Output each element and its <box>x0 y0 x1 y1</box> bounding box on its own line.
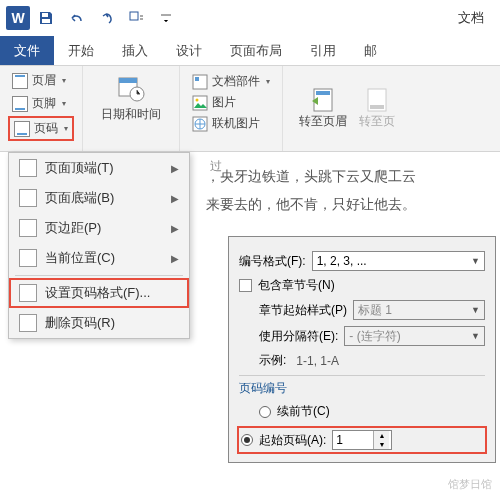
picture-label: 图片 <box>212 94 236 111</box>
undo-button[interactable] <box>62 4 90 32</box>
svg-rect-15 <box>370 105 384 109</box>
goto-footer-button[interactable]: 转至页 <box>353 81 401 136</box>
page-number-format-dialog: 编号格式(F): 1, 2, 3, ... ▼ 包含章节号(N) 章节起始样式(… <box>228 236 496 463</box>
number-format-value: 1, 2, 3, ... <box>317 254 367 268</box>
tab-layout[interactable]: 页面布局 <box>216 36 296 65</box>
datetime-label: 日期和时间 <box>101 106 161 123</box>
goto-header-label: 转至页眉 <box>299 113 347 130</box>
page-margin-icon <box>19 219 37 237</box>
goto-footer-label: 转至页 <box>359 113 395 130</box>
separator-value: - (连字符) <box>349 328 400 345</box>
goto-header-icon <box>310 87 336 113</box>
chevron-down-icon: ▾ <box>266 77 270 86</box>
header-label: 页眉 <box>32 72 56 89</box>
tab-insert[interactable]: 插入 <box>108 36 162 65</box>
dd-bottom-label: 页面底端(B) <box>45 189 114 207</box>
pagenum-label: 页码 <box>34 120 58 137</box>
document-title: 文档 <box>458 9 494 27</box>
example-label: 示例: <box>259 352 286 369</box>
svg-rect-13 <box>316 91 330 95</box>
chevron-down-icon: ▼ <box>471 256 480 266</box>
format-icon <box>19 284 37 302</box>
dd-format-pagenum[interactable]: 设置页码格式(F)... <box>9 278 189 308</box>
chevron-down-icon: ▼ <box>471 331 480 341</box>
tab-references[interactable]: 引用 <box>296 36 350 65</box>
submenu-arrow-icon: ▶ <box>171 223 179 234</box>
qat-more-button[interactable] <box>122 4 150 32</box>
spin-down-button[interactable]: ▼ <box>374 440 389 449</box>
dd-margin-label: 页边距(P) <box>45 219 101 237</box>
picture-icon <box>192 95 208 111</box>
remove-icon <box>19 314 37 332</box>
tab-home[interactable]: 开始 <box>54 36 108 65</box>
svg-rect-7 <box>195 77 199 81</box>
datetime-group: 日期和时间 <box>83 66 180 151</box>
start-at-spinner[interactable]: ▲ ▼ <box>332 430 392 450</box>
tab-design[interactable]: 设计 <box>162 36 216 65</box>
page-top-icon <box>19 159 37 177</box>
svg-rect-1 <box>42 19 50 23</box>
ribbon-tabs: 文件 开始 插入 设计 页面布局 引用 邮 <box>0 36 500 66</box>
footer-button[interactable]: 页脚 ▾ <box>8 93 74 114</box>
footer-label: 页脚 <box>32 95 56 112</box>
pagenum-section-label: 页码编号 <box>239 375 485 397</box>
paragraph-line: ，央牙边铁道，头跳下云又爬工云 <box>206 162 490 190</box>
document-body[interactable]: ，央牙边铁道，头跳下云又爬工云 来要去的，他不肯，只好让他去。 <box>196 156 500 224</box>
insert-group: 文档部件 ▾ 图片 联机图片 <box>180 66 283 151</box>
submenu-arrow-icon: ▶ <box>171 253 179 264</box>
chevron-down-icon: ▼ <box>471 305 480 315</box>
chapter-style-label: 章节起始样式(P) <box>259 302 347 319</box>
continue-label: 续前节(C) <box>277 403 330 420</box>
paragraph-line: 来要去的，他不肯，只好让他去。 <box>206 190 490 218</box>
spin-up-button[interactable]: ▲ <box>374 431 389 440</box>
svg-point-9 <box>196 98 199 101</box>
include-chapter-label: 包含章节号(N) <box>258 277 335 294</box>
dd-page-top[interactable]: 页面顶端(T) ▶ <box>9 153 189 183</box>
dd-page-margin[interactable]: 页边距(P) ▶ <box>9 213 189 243</box>
dd-format-label: 设置页码格式(F)... <box>45 284 150 302</box>
title-bar: W 文档 <box>0 0 500 36</box>
chapter-style-value: 标题 1 <box>358 302 392 319</box>
submenu-arrow-icon: ▶ <box>171 163 179 174</box>
ribbon: 页眉 ▾ 页脚 ▾ 页码 ▾ 日期和时间 文档部件 ▾ <box>0 66 500 152</box>
qat-customize-button[interactable] <box>152 4 180 32</box>
footer-icon <box>12 96 28 112</box>
number-format-label: 编号格式(F): <box>239 253 306 270</box>
start-at-input[interactable] <box>333 433 373 447</box>
continue-radio[interactable] <box>259 406 271 418</box>
chevron-down-icon: ▾ <box>62 99 66 108</box>
goto-group: 转至页眉 转至页 <box>283 66 411 151</box>
online-picture-button[interactable]: 联机图片 <box>188 114 274 133</box>
tab-file[interactable]: 文件 <box>0 36 54 65</box>
quick-parts-button[interactable]: 文档部件 ▾ <box>188 72 274 91</box>
picture-button[interactable]: 图片 <box>188 93 274 112</box>
goto-header-button[interactable]: 转至页眉 <box>293 81 353 136</box>
datetime-button[interactable]: 日期和时间 <box>91 70 171 127</box>
start-at-label: 起始页码(A): <box>259 432 326 449</box>
chapter-style-combo: 标题 1 ▼ <box>353 300 485 320</box>
pagenum-icon <box>14 121 30 137</box>
divider <box>15 275 183 276</box>
include-chapter-checkbox[interactable] <box>239 279 252 292</box>
header-button[interactable]: 页眉 ▾ <box>8 70 74 91</box>
save-button[interactable] <box>32 4 60 32</box>
submenu-arrow-icon: ▶ <box>171 193 179 204</box>
header-footer-group: 页眉 ▾ 页脚 ▾ 页码 ▾ <box>0 66 83 151</box>
tab-mailings[interactable]: 邮 <box>350 36 391 65</box>
start-at-radio[interactable] <box>241 434 253 446</box>
calendar-clock-icon <box>117 74 145 102</box>
dd-top-label: 页面顶端(T) <box>45 159 114 177</box>
dd-current-position[interactable]: 当前位置(C) ▶ <box>9 243 189 273</box>
online-picture-label: 联机图片 <box>212 115 260 132</box>
chevron-down-icon: ▾ <box>62 76 66 85</box>
page-number-button[interactable]: 页码 ▾ <box>8 116 74 141</box>
dd-remove-pagenum[interactable]: 删除页码(R) <box>9 308 189 338</box>
parts-icon <box>192 74 208 90</box>
redo-button[interactable] <box>92 4 120 32</box>
dd-page-bottom[interactable]: 页面底端(B) ▶ <box>9 183 189 213</box>
page-bottom-icon <box>19 189 37 207</box>
number-format-combo[interactable]: 1, 2, 3, ... ▼ <box>312 251 485 271</box>
example-value: 1-1, 1-A <box>292 354 339 368</box>
svg-rect-4 <box>119 78 137 83</box>
dd-remove-label: 删除页码(R) <box>45 314 115 332</box>
